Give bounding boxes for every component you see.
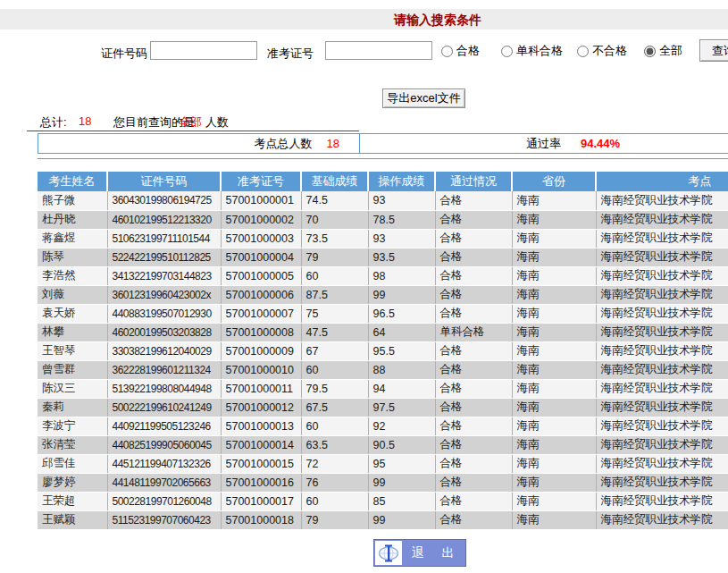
cell-site: 海南经贸职业技术学院 xyxy=(596,492,728,510)
cell-name: 陈琴 xyxy=(38,248,107,266)
cell-op-score: 93.5 xyxy=(368,248,435,266)
cell-admission-no: 57001000008 xyxy=(221,323,301,341)
query-type: 全部 xyxy=(179,114,202,131)
cell-name: 袁天娇 xyxy=(38,304,107,323)
cell-name: 蒋鑫煜 xyxy=(38,229,107,248)
radio-all-input[interactable] xyxy=(644,46,656,57)
cell-id-number: 500222199610241249 xyxy=(107,398,221,417)
pass-rate-label: 通过率 xyxy=(526,136,561,152)
header-id: 证件号码 xyxy=(107,172,221,191)
site-total-value: 18 xyxy=(327,137,339,150)
cell-admission-no: 57001000010 xyxy=(221,360,301,379)
cell-op-score: 88 xyxy=(368,360,435,379)
stats-bar: 考点总人数 18 通过率 94.44% xyxy=(38,133,728,154)
cell-base-score: 74.5 xyxy=(301,191,368,210)
table-row: 邱雪佳445121199407132326570010000157295合格海南… xyxy=(38,454,728,473)
cell-province: 海南 xyxy=(512,510,596,529)
cell-site: 海南经贸职业技术学院 xyxy=(596,323,728,341)
cell-name: 李浩然 xyxy=(38,266,107,285)
header-admission: 准考证号 xyxy=(221,172,301,191)
export-excel-button[interactable]: 导出excel文件 xyxy=(382,88,465,108)
radio-single-pass[interactable]: 单科合格 xyxy=(501,43,563,59)
cell-admission-no: 57001000001 xyxy=(221,191,301,210)
summary-underline xyxy=(27,131,359,131)
cell-province: 海南 xyxy=(512,435,596,454)
cell-name: 林攀 xyxy=(38,323,107,341)
cell-status: 合格 xyxy=(435,248,512,266)
cell-id-number: 330382199612040029 xyxy=(107,341,221,360)
header-status: 通过情况 xyxy=(435,172,512,191)
radio-pass-input[interactable] xyxy=(441,46,453,57)
cell-site: 海南经贸职业技术学院 xyxy=(596,454,728,473)
table-row: 张清莹4408251999050600455700100001463.590.5… xyxy=(38,435,728,454)
total-label: 总计: xyxy=(40,114,67,131)
table-row: 蒋鑫煜5106231997111015445700100000373.593合格… xyxy=(38,229,728,248)
cell-op-score: 99 xyxy=(368,510,435,529)
cell-admission-no: 57001000005 xyxy=(221,266,301,285)
cell-op-score: 90.5 xyxy=(368,435,435,454)
radio-pass-label: 合格 xyxy=(456,43,480,59)
query-suffix: 人数 xyxy=(205,114,229,131)
cell-province: 海南 xyxy=(512,379,596,398)
cell-admission-no: 57001000013 xyxy=(221,417,301,435)
cell-base-score: 87.5 xyxy=(301,285,368,304)
cell-admission-no: 57001000017 xyxy=(221,492,301,510)
radio-fail-input[interactable] xyxy=(577,46,589,57)
table-row: 袁天娇440883199507012930570010000077596.5合格… xyxy=(38,304,728,323)
id-number-input[interactable] xyxy=(150,41,257,60)
cell-province: 海南 xyxy=(512,229,596,248)
cell-id-number: 513922199808044948 xyxy=(107,379,221,398)
admission-no-label: 准考证号 xyxy=(267,46,314,62)
page-title: 请输入搜索条件 xyxy=(0,13,728,29)
cell-op-score: 97.5 xyxy=(368,398,435,417)
results-table: 考生姓名 证件号码 准考证号 基础成绩 操作成绩 通过情况 省份 考点 熊子微3… xyxy=(38,172,728,530)
cell-admission-no: 57001000014 xyxy=(221,435,301,454)
cell-admission-no: 57001000012 xyxy=(221,398,301,417)
id-number-label: 证件号码 xyxy=(101,46,147,62)
radio-all[interactable]: 全部 xyxy=(644,43,682,59)
radio-single-pass-input[interactable] xyxy=(501,46,513,57)
total-value: 18 xyxy=(79,114,91,128)
cell-op-score: 64 xyxy=(368,323,435,341)
cell-province: 海南 xyxy=(512,360,596,379)
admission-no-input[interactable] xyxy=(325,41,432,60)
site-total-cell: 考点总人数 18 xyxy=(38,134,360,153)
cell-id-number: 440921199505123246 xyxy=(107,417,221,435)
table-row: 王赋颖511523199707060423570010000187999合格海南… xyxy=(38,510,728,529)
exit-button[interactable]: 退 出 xyxy=(373,539,466,567)
cell-admission-no: 57001000002 xyxy=(221,210,301,229)
cell-province: 海南 xyxy=(512,210,596,229)
cell-admission-no: 57001000003 xyxy=(221,229,301,248)
cell-op-score: 94 xyxy=(368,379,435,398)
cell-site: 海南经贸职业技术学院 xyxy=(596,510,728,529)
cell-status: 合格 xyxy=(435,360,512,379)
cell-province: 海南 xyxy=(512,248,596,266)
cell-base-score: 79.5 xyxy=(301,379,368,398)
table-row: 林攀4602001995032038285700100000847.564单科合… xyxy=(38,323,728,341)
radio-pass[interactable]: 合格 xyxy=(441,43,480,59)
cell-id-number: 362228199601211324 xyxy=(107,360,221,379)
cell-op-score: 92 xyxy=(368,417,435,435)
table-row: 秦莉5002221996102412495700100001267.597.5合… xyxy=(38,398,728,417)
cell-op-score: 99 xyxy=(368,473,435,492)
cell-id-number: 441481199702065663 xyxy=(107,473,221,492)
cell-name: 陈汉三 xyxy=(38,379,107,398)
cell-op-score: 85 xyxy=(368,492,435,510)
header-site: 考点 xyxy=(596,172,728,191)
cell-base-score: 70 xyxy=(301,210,368,229)
header-base: 基础成绩 xyxy=(301,172,368,191)
cell-name: 邱雪佳 xyxy=(38,454,107,473)
cell-status: 合格 xyxy=(435,266,512,285)
exit-button-label: 退 出 xyxy=(402,545,465,561)
stats-bottom-rule xyxy=(38,158,728,159)
cell-op-score: 99 xyxy=(368,285,435,304)
radio-all-label: 全部 xyxy=(659,43,682,59)
search-button[interactable]: 查询 xyxy=(699,39,728,62)
cell-site: 海南经贸职业技术学院 xyxy=(596,304,728,323)
cell-id-number: 341322199703144823 xyxy=(107,266,221,285)
cell-site: 海南经贸职业技术学院 xyxy=(596,379,728,398)
cell-province: 海南 xyxy=(512,304,596,323)
cell-name: 李波宁 xyxy=(38,417,107,435)
cell-site: 海南经贸职业技术学院 xyxy=(596,398,728,417)
radio-fail[interactable]: 不合格 xyxy=(577,43,627,59)
